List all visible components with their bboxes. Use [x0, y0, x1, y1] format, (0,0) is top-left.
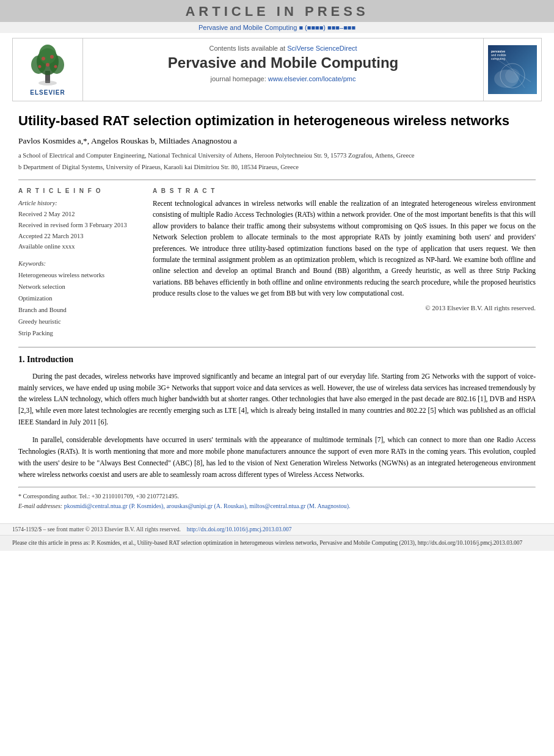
journal-title-header: Pervasive and Mobile Computing: [95, 54, 471, 71]
homepage-url: www.elsevier.com/locate/pmc: [268, 75, 356, 82]
elsevier-text: ELSEVIER: [30, 89, 65, 96]
svg-point-6: [42, 57, 45, 60]
introduction-heading: 1. Introduction: [18, 355, 536, 365]
svg-point-1: [38, 81, 57, 85]
contents-label: Contents lists available at: [209, 45, 285, 52]
journal-link-bar: Pervasive and Mobile Computing ■ (■■■■) …: [0, 22, 554, 33]
journal-cover-section: pervasive and mobile computing: [483, 38, 541, 101]
elsevier-logo: ELSEVIER: [26, 43, 69, 96]
email-link[interactable]: pkosmidi@central.ntua.gr (P. Kosmides), …: [64, 503, 351, 509]
journal-cover-svg: pervasive and mobile computing: [488, 45, 537, 94]
footnote-corresponding: * Corresponding author. Tel.: +30 211010…: [18, 492, 536, 501]
email-text: pkosmidi@central.ntua.gr (P. Kosmides), …: [64, 503, 351, 509]
keyword-2: Network selection: [18, 282, 140, 293]
cite-text: Please cite this article in press as: P.…: [12, 540, 522, 546]
authors: Pavlos Kosmides a,*, Angelos Rouskas b, …: [18, 136, 536, 146]
homepage-line: journal homepage: www.elsevier.com/locat…: [95, 75, 471, 82]
accepted-date: Accepted 22 March 2013: [18, 231, 140, 242]
footnote-divider: [18, 487, 536, 488]
elsevier-tree-svg: [26, 43, 69, 89]
homepage-link[interactable]: www.elsevier.com/locate/pmc: [268, 75, 356, 82]
keywords-label-text: Keywords:: [18, 260, 46, 267]
footnote-email: E-mail addresses: pkosmidi@central.ntua.…: [18, 501, 536, 511]
svg-point-8: [46, 63, 49, 67]
keyword-1: Heterogeneous wireless networks: [18, 270, 140, 282]
keyword-6: Strip Packing: [18, 328, 140, 340]
abstract-text: Recent technological advances in wireles…: [153, 198, 536, 299]
journal-header-center: Contents lists available at SciVerse Sci…: [83, 38, 483, 101]
issn-bar: 1574-1192/$ – see front matter © 2013 El…: [0, 523, 554, 535]
abstract-label: A B S T R A C T: [153, 187, 536, 194]
banner-text: ARTICLE IN PRESS: [185, 4, 368, 19]
keywords-label: Keywords:: [18, 258, 140, 270]
footnote-corresponding-text: * Corresponding author. Tel.: +30 211010…: [18, 493, 179, 500]
svg-point-10: [54, 65, 57, 68]
keyword-5: Greedy heuristic: [18, 316, 140, 328]
sciverse-link[interactable]: SciVerse ScienceDirect: [287, 45, 357, 52]
divider-1: [18, 180, 536, 180]
doi-text: http://dx.doi.org/10.1016/j.pmcj.2013.03…: [187, 526, 292, 532]
svg-point-7: [50, 55, 54, 59]
homepage-label: journal homepage:: [211, 75, 266, 82]
article-in-press-banner: ARTICLE IN PRESS: [0, 0, 554, 22]
intro-paragraph-2: In parallel, considerable developments h…: [18, 434, 536, 481]
history-label-text: Article history:: [18, 200, 57, 206]
affiliation-b: b Department of Digital Systems, Univers…: [18, 162, 536, 172]
abstract-section: A B S T R A C T Recent technological adv…: [153, 187, 536, 339]
doi-link[interactable]: http://dx.doi.org/10.1016/j.pmcj.2013.03…: [187, 526, 292, 532]
svg-point-5: [39, 45, 56, 64]
main-content: Utility-based RAT selection optimization…: [0, 106, 554, 523]
article-history: Article history: Received 2 May 2012 Rec…: [18, 198, 140, 252]
copyright-line: © 2013 Elsevier B.V. All rights reserved…: [153, 304, 536, 311]
svg-point-13: [505, 68, 520, 83]
authors-text: Pavlos Kosmides a,*, Angelos Rouskas b, …: [18, 136, 237, 145]
intro-paragraph-1: During the past decades, wireless networ…: [18, 371, 536, 429]
keyword-3: Optimization: [18, 293, 140, 305]
available-date: Available online xxxx: [18, 241, 140, 252]
journal-link-suffix: ■ (■■■■) ■■■–■■■: [299, 24, 355, 31]
journal-link[interactable]: Pervasive and Mobile Computing ■ (■■■■) …: [199, 24, 355, 31]
journal-header: ELSEVIER Contents lists available at Sci…: [12, 38, 542, 101]
affiliation-a: a School of Electrical and Computer Engi…: [18, 151, 536, 161]
keywords-section: Keywords: Heterogeneous wireless network…: [18, 258, 140, 339]
elsevier-logo-section: ELSEVIER: [13, 38, 83, 101]
contents-line: Contents lists available at SciVerse Sci…: [95, 45, 471, 52]
email-label: E-mail addresses:: [18, 503, 62, 509]
svg-point-9: [38, 65, 42, 68]
divider-2: [18, 347, 536, 347]
history-label: Article history:: [18, 198, 140, 209]
journal-cover-image: pervasive and mobile computing: [488, 45, 537, 94]
received-revised-date: Received in revised form 3 February 2013: [18, 220, 140, 231]
svg-text:computing: computing: [491, 57, 505, 60]
info-abstract-section: A R T I C L E I N F O Article history: R…: [18, 187, 536, 339]
keyword-4: Branch and Bound: [18, 305, 140, 316]
article-info-label: A R T I C L E I N F O: [18, 187, 140, 194]
cite-bar: Please cite this article in press as: P.…: [0, 535, 554, 550]
article-info-column: A R T I C L E I N F O Article history: R…: [18, 187, 140, 339]
journal-link-text: Pervasive and Mobile Computing: [199, 24, 297, 31]
sciverse-text: SciVerse ScienceDirect: [287, 45, 357, 52]
article-title: Utility-based RAT selection optimization…: [18, 112, 536, 130]
issn-text: 1574-1192/$ – see front matter © 2013 El…: [12, 526, 181, 532]
received-date: Received 2 May 2012: [18, 209, 140, 220]
